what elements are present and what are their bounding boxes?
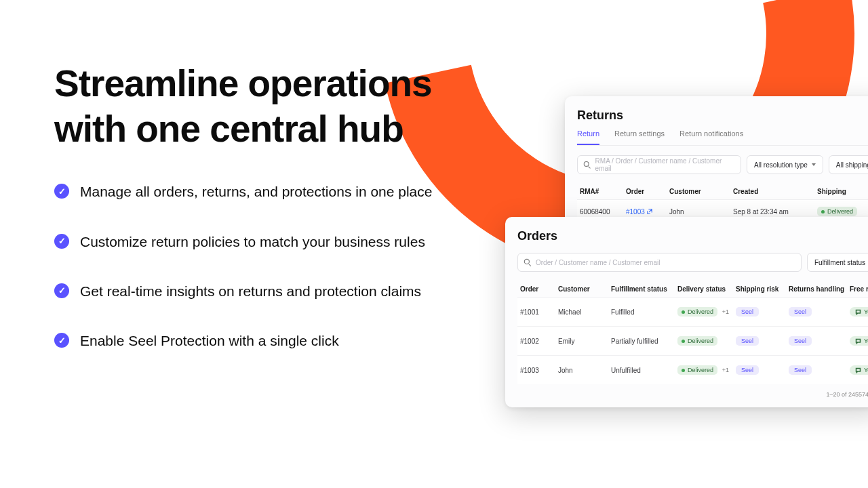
delivery-badge-label: Delivered bbox=[688, 308, 713, 315]
feature-bullet: ✓ Customize return policies to match you… bbox=[54, 232, 434, 251]
check-icon: ✓ bbox=[54, 234, 69, 249]
shipping-badge: Delivered bbox=[817, 207, 857, 216]
table-row[interactable]: #1002 Emily Partially fulfilled Delivere… bbox=[517, 326, 868, 355]
cell-risk: Seel bbox=[736, 336, 785, 346]
search-icon bbox=[583, 161, 591, 169]
hero-column: Streamline operations with one central h… bbox=[54, 61, 434, 351]
col-free: Free returns bbox=[850, 285, 868, 293]
col-fulfillment: Fulfillment status bbox=[611, 285, 673, 293]
tab-return-notifications[interactable]: Return notifications bbox=[679, 129, 743, 145]
bullet-text: Customize return policies to match your … bbox=[80, 232, 425, 251]
cell-free: Yes bbox=[850, 307, 868, 317]
chat-icon bbox=[855, 309, 861, 315]
yes-badge: Yes bbox=[850, 365, 868, 375]
status-dot-icon bbox=[682, 310, 685, 314]
cell-fulfillment: Fulfilled bbox=[611, 308, 673, 316]
col-customer: Customer bbox=[558, 285, 607, 293]
chat-icon bbox=[855, 338, 861, 344]
filter-fulfillment[interactable]: Fulfillment status bbox=[807, 253, 868, 272]
delivery-badge-label: Delivered bbox=[688, 338, 713, 344]
cell-customer: John bbox=[669, 208, 730, 216]
feature-bullets: ✓ Manage all orders, returns, and protec… bbox=[54, 182, 434, 351]
yes-badge: Yes bbox=[850, 336, 868, 346]
filter-shipping-label: All shipping bbox=[836, 161, 868, 169]
cell-customer: John bbox=[558, 367, 607, 374]
bullet-text: Manage all orders, returns, and protecti… bbox=[80, 182, 432, 201]
cell-rma: 60068400 bbox=[580, 208, 623, 216]
yes-badge-label: Yes bbox=[864, 338, 868, 344]
orders-panel: Orders Order / Customer name / Customer … bbox=[505, 217, 868, 407]
table-row[interactable]: #1001 Michael Fulfilled Delivered +1 See… bbox=[517, 297, 868, 326]
search-input[interactable]: Order / Customer name / Customer email bbox=[517, 253, 802, 272]
chat-icon bbox=[855, 367, 861, 373]
col-rma: RMA# bbox=[580, 188, 623, 195]
filter-shipping[interactable]: All shipping bbox=[829, 155, 868, 174]
seel-badge: Seel bbox=[789, 365, 812, 375]
cell-order: #1003 bbox=[520, 367, 554, 374]
order-link-label: #1003 bbox=[626, 208, 645, 216]
delivery-badge-label: Delivered bbox=[688, 367, 713, 373]
search-placeholder: RMA / Order / Customer name / Customer e… bbox=[595, 157, 735, 172]
cell-customer: Michael bbox=[558, 308, 607, 316]
yes-badge-label: Yes bbox=[864, 308, 868, 315]
yes-badge-label: Yes bbox=[864, 367, 868, 373]
cell-handling: Seel bbox=[789, 365, 846, 375]
search-input[interactable]: RMA / Order / Customer name / Customer e… bbox=[577, 155, 741, 174]
cell-handling: Seel bbox=[789, 336, 846, 346]
extra-count: +1 bbox=[722, 367, 729, 373]
col-created: Created bbox=[733, 188, 814, 195]
cell-delivery: Delivered +1 bbox=[677, 365, 732, 375]
tab-return-settings[interactable]: Return settings bbox=[614, 129, 665, 145]
col-handling: Returns handling bbox=[789, 285, 846, 293]
cell-customer: Emily bbox=[558, 338, 607, 345]
bullet-text: Get real-time insights on returns and pr… bbox=[80, 281, 421, 301]
col-risk: Shipping risk bbox=[736, 285, 785, 293]
toolbar: Order / Customer name / Customer email F… bbox=[517, 253, 868, 272]
pagination-text: 1–20 of 245574 bbox=[517, 384, 868, 398]
check-icon: ✓ bbox=[54, 283, 69, 298]
cell-handling: Seel bbox=[789, 307, 846, 317]
seel-badge: Seel bbox=[736, 336, 759, 346]
panel-title: Orders bbox=[517, 229, 868, 243]
col-shipping: Shipping bbox=[817, 188, 868, 195]
tab-return[interactable]: Return bbox=[577, 129, 599, 145]
feature-bullet: ✓ Manage all orders, returns, and protec… bbox=[54, 182, 434, 201]
order-link[interactable]: #1003 bbox=[626, 208, 652, 216]
cell-fulfillment: Partially fulfilled bbox=[611, 338, 673, 345]
status-dot-icon bbox=[821, 210, 825, 214]
shipping-badge-label: Delivered bbox=[827, 208, 853, 215]
search-icon bbox=[524, 258, 532, 266]
search-placeholder: Order / Customer name / Customer email bbox=[536, 259, 660, 266]
tab-bar: Return Return settings Return notificati… bbox=[577, 129, 868, 146]
cell-delivery: Delivered bbox=[677, 336, 732, 346]
bullet-text: Enable Seel Protection with a single cli… bbox=[80, 331, 339, 350]
cell-fulfillment: Unfulfilled bbox=[611, 367, 673, 374]
orders-table-header: Order Customer Fulfillment status Delive… bbox=[517, 281, 868, 297]
filter-fulfillment-label: Fulfillment status bbox=[814, 259, 865, 266]
col-delivery: Delivery status bbox=[677, 285, 732, 293]
col-customer: Customer bbox=[669, 188, 730, 195]
col-order: Order bbox=[520, 285, 554, 293]
check-icon: ✓ bbox=[54, 184, 69, 199]
col-order: Order bbox=[626, 188, 667, 195]
panel-title: Returns bbox=[577, 108, 868, 123]
cell-risk: Seel bbox=[736, 365, 785, 375]
cell-order: #1001 bbox=[520, 308, 554, 316]
table-row[interactable]: #1003 John Unfulfilled Delivered +1 Seel… bbox=[517, 355, 868, 384]
cell-shipping: Delivered bbox=[817, 207, 868, 216]
seel-badge: Seel bbox=[736, 365, 759, 375]
feature-bullet: ✓ Enable Seel Protection with a single c… bbox=[54, 331, 434, 350]
extra-count: +1 bbox=[722, 308, 729, 315]
filter-resolution[interactable]: All resolution type bbox=[747, 155, 823, 174]
external-link-icon bbox=[647, 209, 652, 214]
chevron-down-icon bbox=[812, 163, 816, 166]
cell-risk: Seel bbox=[736, 307, 785, 317]
seel-badge: Seel bbox=[789, 307, 812, 317]
filter-resolution-label: All resolution type bbox=[754, 161, 808, 169]
cell-order: #1002 bbox=[520, 338, 554, 345]
headline: Streamline operations with one central h… bbox=[54, 61, 434, 152]
delivery-badge: Delivered bbox=[677, 365, 717, 375]
cell-created: Sep 8 at 23:34 am bbox=[733, 208, 814, 216]
returns-table-header: RMA# Order Customer Created Shipping Typ… bbox=[577, 184, 868, 199]
status-dot-icon bbox=[682, 369, 685, 372]
